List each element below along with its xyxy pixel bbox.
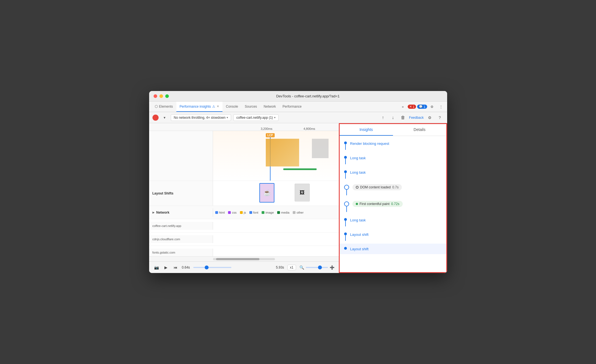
insight-long-task-2[interactable]: Long task (340, 167, 446, 181)
zoom-thumb[interactable] (318, 266, 322, 269)
legend-other: other (293, 211, 304, 214)
tab-network[interactable]: Network (260, 102, 279, 112)
gray-block (312, 139, 329, 158)
network-expand-icon[interactable]: ▶ (152, 211, 155, 214)
delete-icon[interactable]: 🗑 (399, 114, 407, 122)
tab-extra-icons: » ✕ 1 💬 1 ⚙ ⋮ (399, 102, 445, 112)
maximize-button[interactable] (165, 94, 169, 98)
settings-icon[interactable]: ⚙ (428, 103, 436, 111)
help-icon[interactable]: ? (436, 114, 444, 122)
layout-shifts-text: Layout Shifts (152, 191, 174, 195)
network-item-row-1: coffee-cart.netlify.app (149, 219, 339, 232)
connector-3 (344, 170, 347, 179)
more-tabs-button[interactable]: » (399, 103, 407, 111)
tab-details[interactable]: Details (393, 124, 446, 136)
speed-control[interactable]: x1 (287, 265, 296, 270)
tab-insights[interactable]: Insights (340, 124, 393, 136)
screenshot-icon[interactable]: 📷 (154, 264, 160, 271)
insight-long-task-1[interactable]: Long task (340, 153, 446, 167)
tab-performance-insights[interactable]: Performance insights ⚠ ✕ (176, 102, 223, 112)
network-item-label-3: fonts.gstatic.com (149, 249, 213, 256)
tab-elements[interactable]: ⬡ Elements (151, 102, 176, 112)
connector-6 (344, 218, 347, 226)
current-time: 0.64s (182, 266, 190, 269)
network-item-content-2 (213, 238, 339, 240)
network-item-text-3: fonts.gstatic.com (152, 251, 176, 254)
dot-8 (344, 247, 347, 250)
settings2-icon[interactable]: ⚙ (426, 114, 434, 122)
font-color (249, 211, 252, 214)
dot-2 (344, 156, 347, 159)
close-button[interactable] (154, 94, 157, 98)
legend-css: css (228, 211, 237, 214)
skip-start-button[interactable]: ⏮ (172, 264, 179, 271)
layout-shift-thumb-1[interactable]: ☕ (259, 183, 274, 203)
slider-track[interactable] (193, 267, 231, 268)
toolbar-right: ↑ ↓ 🗑 Feedback ⚙ ? (379, 114, 444, 122)
network-item-label-1: coffee-cart.netlify.app (149, 222, 213, 230)
scrollbar-area (149, 256, 339, 261)
download-icon[interactable]: ↓ (389, 114, 397, 122)
render-blocking-link[interactable]: Render blocking request (350, 141, 389, 146)
layout-shift-2-link[interactable]: Layout shift (350, 247, 369, 251)
record-button[interactable] (152, 115, 159, 121)
line-4 (346, 190, 347, 195)
scrollbar-thumb[interactable] (216, 258, 259, 260)
insight-layout-shift-1[interactable]: Layout shift (340, 229, 446, 244)
scrollbar-track[interactable] (213, 258, 275, 260)
total-time: 5.93s (276, 266, 284, 269)
network-throttle-dropdown[interactable]: No network throttling, 4× slowdown ▾ (171, 114, 231, 121)
zoom-out-icon[interactable]: 🔍 (299, 265, 304, 270)
tab-sources[interactable]: Sources (241, 102, 260, 112)
dot-outline-2 (344, 201, 349, 206)
media-color (277, 211, 280, 214)
js-color (240, 211, 243, 214)
upload-icon[interactable]: ↑ (379, 114, 387, 122)
feedback-link[interactable]: Feedback (409, 116, 424, 120)
tab-close-icon[interactable]: ✕ (217, 105, 219, 108)
insight-render-blocking[interactable]: Render blocking request (340, 138, 446, 153)
minimize-button[interactable] (159, 94, 163, 98)
long-task-2-link[interactable]: Long task (350, 170, 366, 175)
ruler-mark-3200: 3,200ms (261, 127, 272, 130)
traffic-lights (154, 94, 169, 98)
long-task-3-link[interactable]: Long task (350, 218, 366, 222)
site-dropdown[interactable]: coffee-cart.netlify.app (1) ▾ (233, 114, 279, 121)
record-dropdown-arrow[interactable]: ▼ (161, 114, 169, 122)
zoom-slider[interactable] (306, 267, 328, 268)
cup-icon-1: ☕ (263, 189, 271, 196)
more-options-icon[interactable]: ⋮ (437, 103, 445, 111)
play-button[interactable]: ▶ (163, 264, 169, 271)
network-legend: html css js (213, 211, 339, 214)
layout-shift-thumb-2[interactable]: 🖼 (295, 184, 310, 201)
tab-console[interactable]: Console (222, 102, 241, 112)
site-chevron-icon: ▾ (274, 116, 276, 119)
network-label-text: Network (156, 211, 169, 214)
ruler-mark-4800: 4,800ms (304, 127, 315, 130)
insight-fcp[interactable]: First contentful paint 0.72s (340, 198, 446, 215)
fcp-pill: First contentful paint 0.72s (352, 201, 403, 207)
network-label-arrow: ▶ Network (152, 211, 169, 214)
slider-thumb[interactable] (205, 266, 209, 269)
tab-performance[interactable]: Performance (279, 102, 305, 112)
insight-dom-loaded[interactable]: DOM content loaded 0.7s (340, 181, 446, 198)
dot-1 (344, 141, 347, 144)
insight-content-2: Long task (350, 155, 442, 160)
layout-shift-1-link[interactable]: Layout shift (350, 232, 369, 237)
zoom-in-icon[interactable]: ➕ (330, 265, 334, 270)
playback-bar: 📷 ▶ ⏮ 0.64s 5.93s x1 🔍 ➕ (149, 261, 339, 273)
insight-long-task-3[interactable]: Long task (340, 215, 446, 229)
connector-4 (344, 184, 349, 195)
insights-tabs: Insights Details (340, 124, 446, 136)
time-slider[interactable] (193, 267, 231, 268)
window-title: DevTools - coffee-cart.netlify.app/?ad=1 (173, 94, 443, 98)
fcp-label: First contentful paint (360, 202, 390, 206)
dom-loaded-time: 0.7s (392, 185, 399, 189)
connector-7 (344, 232, 347, 241)
network-item-text-1: coffee-cart.netlify.app (152, 224, 181, 228)
chat-badge: 💬 1 (417, 105, 427, 109)
long-task-1-link[interactable]: Long task (350, 156, 366, 160)
insights-list: Render blocking request Long task (340, 136, 446, 272)
insight-layout-shift-2[interactable]: Layout shift (340, 244, 446, 254)
legend-image: image (262, 211, 274, 214)
